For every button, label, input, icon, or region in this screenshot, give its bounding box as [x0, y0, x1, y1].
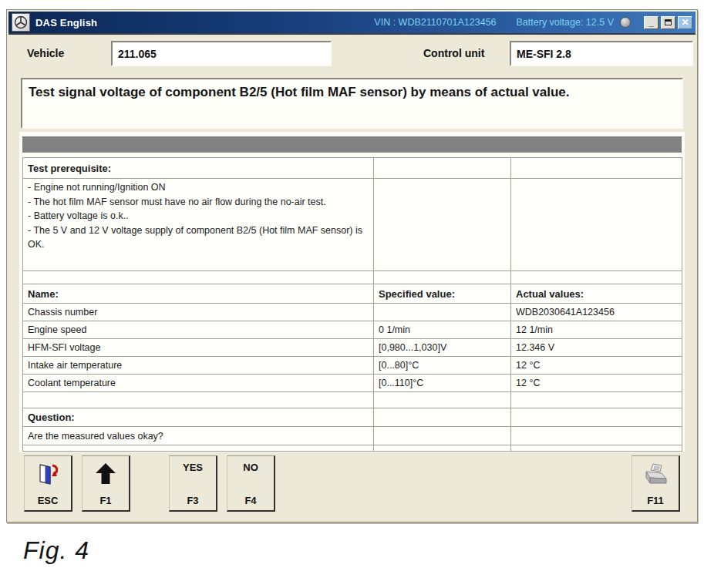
spacer-row: [23, 392, 682, 408]
prerequisite-item: - Battery voltage is o.k..: [28, 209, 369, 223]
esc-button[interactable]: ESC: [24, 455, 72, 512]
esc-label: ESC: [38, 495, 59, 506]
test-description: Test signal voltage of component B2/5 (H…: [21, 78, 683, 129]
row-name-cell: Engine speed: [23, 321, 374, 339]
no-f4-button[interactable]: NO F4: [227, 455, 275, 512]
battery-voltage-label: Battery voltage: 12.5 V: [517, 17, 614, 28]
row-name-cell: HFM-SFI voltage: [23, 339, 374, 357]
page: DAS English VIN : WDB2110701A123456 Batt…: [0, 0, 704, 588]
actual-column-header: Actual values:: [511, 284, 682, 304]
results-table: Test prerequisite: - Engine not running/…: [22, 157, 682, 452]
minimize-button[interactable]: _: [644, 16, 659, 29]
prerequisite-row: - Engine not running/Ignition ON- The ho…: [23, 179, 682, 271]
section-header-bar: [22, 136, 682, 153]
f1-label: F1: [99, 495, 111, 506]
prerequisite-header-cell: Test prerequisite:: [23, 158, 374, 179]
row-name-cell: Intake air temperature: [23, 357, 374, 375]
close-button[interactable]: ✕: [678, 16, 692, 29]
close-icon: ✕: [681, 17, 689, 29]
spacer-row: [23, 271, 682, 284]
mercedes-star-icon: [12, 13, 30, 32]
exit-door-icon: [34, 462, 62, 489]
maximize-button[interactable]: [661, 16, 675, 29]
yes-label: YES: [183, 462, 203, 473]
f11-print-button[interactable]: F11: [632, 455, 680, 512]
row-actual-cell: WDB2030641A123456: [511, 304, 682, 321]
table-row: Coolant temperature [0...110]°C 12 °C: [23, 375, 682, 392]
battery-icon: [620, 17, 631, 28]
f1-button[interactable]: F1: [82, 455, 130, 512]
das-window: DAS English VIN : WDB2110701A123456 Batt…: [6, 9, 698, 522]
figure-caption: Fig. 4: [23, 536, 89, 565]
row-actual-cell: 12.346 V: [511, 339, 682, 357]
vehicle-input[interactable]: [111, 41, 332, 66]
row-name-cell: Chassis number: [23, 304, 374, 321]
question-cell: Are the measured values okay?: [23, 427, 374, 445]
prerequisite-item: - The hot film MAF sensor must have no a…: [28, 195, 369, 210]
f3-label: F3: [187, 495, 198, 506]
title-bar: DAS English VIN : WDB2110701A123456 Batt…: [8, 12, 696, 35]
table-row: Chassis number WDB2030641A123456: [23, 304, 682, 321]
up-arrow-icon: [93, 462, 118, 489]
table-row: Engine speed 0 1/min 12 1/min: [23, 321, 682, 339]
table-row: HFM-SFI voltage [0,980...1,030]V 12.346 …: [23, 339, 682, 357]
control-unit-input[interactable]: [510, 41, 693, 66]
vehicle-label: Vehicle: [27, 47, 64, 59]
column-header-row: Name: Specified value: Actual values:: [23, 284, 682, 304]
row-actual-cell: 12 1/min: [511, 321, 682, 339]
maximize-icon: [665, 19, 672, 25]
prerequisite-item: - Engine not running/Ignition ON: [28, 180, 369, 195]
results-panel: Test prerequisite: - Engine not running/…: [19, 132, 685, 452]
spacer-row: [23, 445, 682, 452]
minimize-icon: _: [648, 17, 653, 29]
row-specified-cell: [0...110]°C: [374, 375, 511, 392]
row-specified-cell: [0,980...1,030]V: [374, 339, 511, 357]
row-specified-cell: [0...80]°C: [374, 357, 511, 375]
f11-label: F11: [647, 495, 664, 506]
app-title: DAS English: [35, 17, 97, 29]
table-row: Intake air temperature [0...80]°C 12 °C: [23, 357, 682, 375]
control-unit-label: Control unit: [423, 47, 484, 59]
row-actual-cell: 12 °C: [511, 375, 682, 392]
printer-icon: [641, 462, 670, 489]
row-name-cell: Coolant temperature: [23, 375, 374, 392]
row-specified-cell: [374, 304, 511, 321]
prerequisite-list: - Engine not running/Ignition ON- The ho…: [23, 179, 374, 271]
yes-f3-button[interactable]: YES F3: [169, 455, 217, 512]
prerequisite-header-row: Test prerequisite:: [23, 158, 682, 179]
f4-label: F4: [244, 495, 256, 506]
row-specified-cell: 0 1/min: [374, 321, 511, 339]
question-header-row: Question:: [23, 408, 682, 427]
row-actual-cell: 12 °C: [511, 357, 682, 375]
prerequisite-item: - The 5 V and 12 V voltage supply of com…: [28, 223, 369, 252]
vin-label: VIN : WDB2110701A123456: [374, 17, 496, 28]
name-column-header: Name:: [23, 284, 374, 304]
no-label: NO: [243, 462, 258, 473]
question-header-cell: Question:: [23, 408, 374, 427]
specified-column-header: Specified value:: [374, 284, 511, 304]
question-row: Are the measured values okay?: [23, 427, 682, 445]
